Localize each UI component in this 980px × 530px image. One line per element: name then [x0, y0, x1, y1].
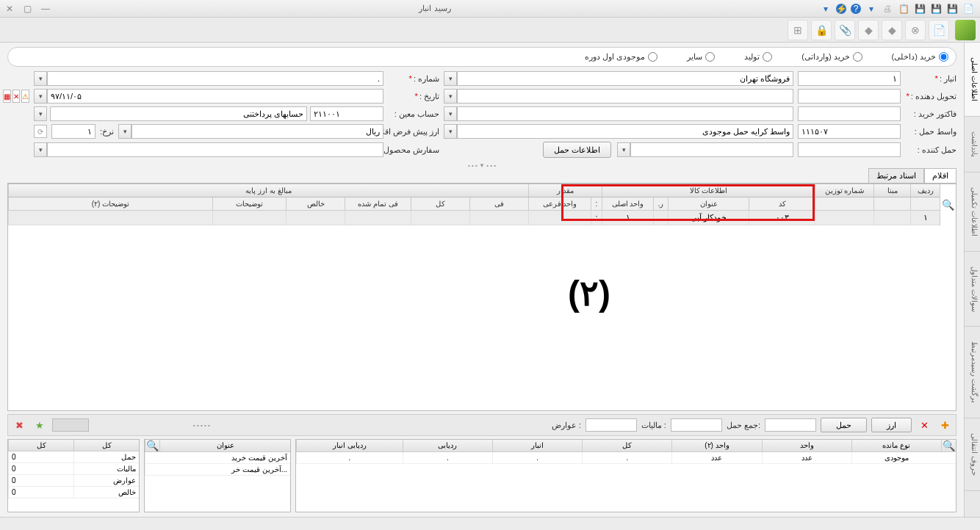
faktor-code-input[interactable] — [798, 106, 901, 121]
btool-close-icon[interactable]: ✕ — [916, 418, 932, 432]
app-logo — [955, 20, 976, 40]
vaset-code-input[interactable]: ۱۱۱۵۰۷ — [798, 124, 901, 139]
form-grid: انبار :* ۱ فروشگاه تهران▾ شماره :* .▾ تح… — [7, 71, 956, 158]
copy-icon[interactable]: 📋 — [898, 3, 909, 15]
btool-favorite-icon[interactable]: ★ — [32, 418, 48, 432]
tool-1[interactable]: ⊞ — [788, 20, 808, 40]
jame-input[interactable] — [765, 418, 816, 432]
shomare-dd[interactable]: ▾ — [34, 71, 47, 86]
tool-3[interactable]: 📎 — [835, 20, 855, 40]
titlebar: ✕ ▢ — رسید انبار ▾ ⚡ ? ▾ 🖨 📋 💾 💾 💾 📄 — [0, 0, 980, 18]
tarikh-dd[interactable]: ▾ — [34, 89, 47, 104]
splitter-mid[interactable]: • • • • • — [157, 422, 246, 428]
avarez-label: عوارض : — [552, 421, 581, 430]
close-icon[interactable]: ✕ — [6, 4, 15, 13]
moein-label: حساب معین : — [388, 109, 439, 119]
col-radif[interactable]: ردیف — [910, 184, 940, 197]
sefaresh-input[interactable] — [47, 142, 383, 157]
save-all-icon[interactable]: 💾 — [914, 3, 926, 15]
sefaresh-dd[interactable]: ▾ — [34, 142, 47, 157]
date-del-icon[interactable]: ✕ — [12, 90, 20, 103]
col-tozin[interactable]: شماره توزین — [815, 184, 873, 197]
col-mabna[interactable]: مبنا — [873, 184, 910, 197]
dropdown-icon[interactable]: ▾ — [820, 3, 832, 15]
more-icon[interactable]: ▾ — [865, 3, 877, 15]
haml-info-button[interactable]: اطلاعات حمل — [543, 142, 611, 158]
radio-other[interactable]: سایر — [687, 52, 715, 62]
col-khales[interactable]: خالص — [286, 197, 345, 210]
arz-button[interactable]: ارز — [871, 418, 912, 432]
vaset-dd[interactable]: ▾ — [444, 124, 457, 139]
radio-production[interactable]: تولید — [744, 52, 772, 62]
haml-button[interactable]: حمل — [821, 418, 867, 432]
maximize-icon[interactable]: ▢ — [24, 4, 32, 13]
col-tozihat[interactable]: توضیحات — [212, 197, 286, 210]
tool-4[interactable]: ◆ — [858, 20, 879, 40]
vaset-name-input[interactable]: واسط کرایه حمل موجودی — [457, 124, 793, 139]
sidetab-note[interactable]: یادداشت — [965, 117, 980, 173]
anbar-code-input[interactable]: ۱ — [798, 71, 901, 86]
tool-5[interactable]: ◆ — [882, 20, 902, 40]
nerkh-input[interactable]: ۱ — [51, 124, 96, 139]
col-fi-tamam[interactable]: فی تمام شده — [345, 197, 411, 210]
haml-name-input[interactable] — [630, 142, 793, 157]
sidetab-extra[interactable]: اطلاعات تکمیلی — [965, 173, 980, 252]
tool-6[interactable]: ⊗ — [905, 20, 926, 40]
nerkh-refresh-icon[interactable]: ⟳ — [34, 125, 47, 138]
arz-input[interactable]: ریال — [131, 124, 383, 139]
tahvil-dd[interactable]: ▾ — [444, 89, 457, 104]
haml-dd[interactable]: ▾ — [617, 142, 630, 157]
anbar-name-input[interactable]: فروشگاه تهران — [457, 71, 793, 86]
col-fi[interactable]: فی — [469, 197, 528, 210]
tahvil-name-input[interactable] — [457, 89, 793, 104]
date-cal-icon[interactable]: ▦ — [3, 90, 11, 103]
col-kol[interactable]: کل — [411, 197, 469, 210]
stock-row[interactable]: . . . . عدد عدد موجودی — [296, 452, 956, 464]
save-icon[interactable]: 💾 — [946, 3, 958, 15]
faktor-label: فاکتور خرید : — [905, 109, 956, 119]
toolbar: ⊞ 🔒 📎 ◆ ◆ ⊗ 📄 — [0, 18, 980, 43]
refresh-icon[interactable]: ⚡ — [836, 4, 846, 14]
tahvil-code-input[interactable] — [798, 89, 901, 104]
sidetab-transfer[interactable]: حروف انتقالی — [965, 418, 980, 491]
price-search-icon[interactable]: 🔍 — [145, 440, 159, 451]
haml-code-input[interactable] — [798, 142, 901, 157]
tab-items[interactable]: اقلام — [924, 168, 956, 183]
maliat-input[interactable] — [671, 418, 722, 432]
radio-import[interactable]: خرید (وارداتی) — [801, 52, 862, 62]
radio-internal[interactable]: خرید (داخلی) — [892, 52, 948, 62]
moein-dd[interactable]: ▾ — [34, 106, 47, 121]
shomare-input[interactable]: . — [47, 71, 383, 86]
vaset-label: واسط حمل : — [905, 127, 956, 137]
minimize-icon[interactable]: — — [41, 4, 50, 13]
new-icon[interactable]: 📄 — [962, 3, 974, 15]
tool-2[interactable]: 🔒 — [811, 20, 832, 40]
faktor-dd[interactable]: ▾ — [444, 106, 457, 121]
radio-opening[interactable]: موجودی اول دوره — [585, 52, 657, 62]
col-tozihat2[interactable]: توضیحات (۲) — [8, 197, 212, 210]
avarez-input[interactable] — [586, 418, 637, 432]
sidetab-main[interactable]: اطلاعات اصلی — [965, 43, 980, 117]
colgroup-mabalegh: مبالغ به ارز پایه — [8, 184, 528, 197]
anbar-dd[interactable]: ▾ — [444, 71, 457, 86]
date-warn-icon[interactable]: ⚠ — [21, 90, 29, 103]
tarikh-input[interactable]: ۹۷/۱۱/۰۵ — [47, 89, 383, 104]
grid-search-icon[interactable]: 🔍 — [940, 184, 956, 225]
btool-delete-icon[interactable]: ✖ — [11, 418, 27, 432]
tool-7[interactable]: 📄 — [929, 20, 949, 40]
help-icon[interactable]: ? — [851, 4, 861, 14]
splitter-top[interactable]: • • • ▼ • • • — [0, 162, 964, 168]
moein-name-input[interactable]: حسابهای پرداختنی — [50, 106, 307, 121]
anbar-label: انبار :* — [905, 74, 956, 84]
save-as-icon[interactable]: 💾 — [930, 3, 942, 15]
arz-dd[interactable]: ▾ — [118, 124, 131, 139]
tab-related-docs[interactable]: اسناد مرتبط — [868, 168, 924, 183]
faktor-name-input[interactable] — [457, 106, 793, 121]
moein-code-input[interactable]: ۲۱۱۰۰۱ — [310, 106, 383, 121]
sidetab-faq[interactable]: سوالات متداول — [965, 252, 980, 327]
btool-add-icon[interactable]: ✚ — [937, 418, 953, 432]
haml-label: حمل کننده : — [905, 145, 956, 155]
print-icon[interactable]: 🖨 — [882, 3, 893, 15]
stock-search-icon[interactable]: 🔍 — [941, 440, 956, 451]
sidetab-return[interactable]: برگشت رسیدمرتبط — [965, 327, 980, 418]
